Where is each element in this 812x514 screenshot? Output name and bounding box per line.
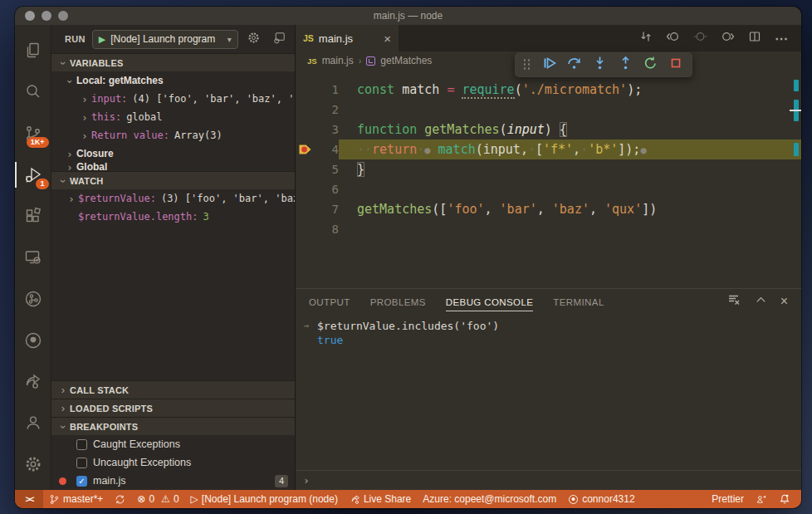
nav-forward-icon[interactable] <box>721 30 735 47</box>
code-line[interactable]: 6 <box>296 179 801 199</box>
checkbox-checked[interactable]: ✓ <box>76 476 87 487</box>
restart-button[interactable] <box>643 56 658 74</box>
glyph-margin[interactable] <box>296 80 314 100</box>
sidebar-item-git-graph[interactable] <box>15 279 51 318</box>
watch-row[interactable]: › $returnValue: (3) ['foo', 'bar', 'baz'… <box>51 189 295 208</box>
variable-row[interactable]: › input: (4) ['foo', 'bar', 'baz', 'qux'… <box>51 90 295 108</box>
debug-console-output[interactable]: → $returnValue.includes('foo') true <box>296 314 801 470</box>
code-text[interactable]: const match = require('./micromatch'); <box>339 80 801 100</box>
line-number[interactable]: 2 <box>314 100 339 120</box>
code-text[interactable]: } <box>339 159 801 179</box>
sync-status[interactable] <box>109 494 131 505</box>
section-header-watch[interactable]: › WATCH <box>51 171 295 189</box>
code-text[interactable] <box>339 219 801 239</box>
live-share-status[interactable]: Live Share <box>344 493 417 505</box>
sidebar-item-search[interactable] <box>15 73 51 112</box>
clear-console-icon[interactable] <box>727 293 741 310</box>
code-line[interactable]: 8 <box>296 219 801 239</box>
current-line-breakpoint-icon[interactable] <box>296 140 314 159</box>
sidebar-item-settings[interactable] <box>15 444 51 483</box>
code-text[interactable] <box>339 179 801 199</box>
code-line[interactable]: 3function getMatches(input) { <box>296 120 801 140</box>
code-editor[interactable]: 1const match = require('./micromatch');2… <box>296 70 801 288</box>
github-account-status[interactable]: connor4312 <box>562 493 640 505</box>
nav-current-icon[interactable] <box>693 30 707 47</box>
start-debug-icon[interactable]: ▶ <box>99 34 105 45</box>
glyph-margin[interactable] <box>296 120 314 140</box>
maximize-panel-icon[interactable] <box>755 294 767 310</box>
scope-group-row[interactable]: › Global <box>51 163 295 171</box>
line-number[interactable]: 5 <box>314 159 339 179</box>
tab-debug-console[interactable]: DEBUG CONSOLE <box>446 292 534 311</box>
step-out-button[interactable] <box>618 56 633 74</box>
watch-row[interactable]: $returnValue.length: 3 <box>51 208 295 226</box>
nav-back-icon[interactable] <box>666 30 680 47</box>
code-text[interactable]: function getMatches(input) { <box>339 120 801 140</box>
glyph-margin[interactable] <box>296 179 314 199</box>
tab-problems[interactable]: PROBLEMS <box>370 292 426 311</box>
checkbox-unchecked[interactable] <box>76 458 87 468</box>
sidebar-item-explorer[interactable] <box>15 32 51 71</box>
drag-handle-icon[interactable] <box>524 59 531 71</box>
sidebar-item-run-and-debug[interactable]: 1 <box>15 155 51 194</box>
line-number[interactable]: 7 <box>314 199 339 219</box>
glyph-margin[interactable] <box>296 199 314 219</box>
breadcrumb-file[interactable]: main.js <box>322 55 354 66</box>
code-line[interactable]: 4··return·● match(input,·['f*',·'b*']);● <box>296 140 801 159</box>
checkbox-unchecked[interactable] <box>76 439 87 450</box>
overview-ruler[interactable] <box>790 70 801 288</box>
split-editor-icon[interactable] <box>748 30 761 47</box>
section-header-loaded-scripts[interactable]: › LOADED SCRIPTS <box>51 399 295 417</box>
sidebar-item-github[interactable] <box>15 321 51 360</box>
stop-button[interactable] <box>668 56 683 74</box>
sidebar-item-accounts[interactable] <box>15 404 51 443</box>
sidebar-item-remote-explorer[interactable] <box>15 238 51 277</box>
more-actions-icon[interactable]: ⋯ <box>775 31 790 47</box>
debug-console-input[interactable]: › <box>296 470 801 490</box>
line-number[interactable]: 3 <box>314 120 339 140</box>
scope-row[interactable]: › Local: getMatches <box>51 71 295 90</box>
tab-terminal[interactable]: TERMINAL <box>553 292 604 311</box>
feedback-status[interactable] <box>750 494 773 505</box>
scope-group-row[interactable]: › Closure <box>51 144 295 163</box>
tab-output[interactable]: OUTPUT <box>309 292 350 311</box>
sidebar-item-extensions[interactable] <box>15 197 51 236</box>
close-tab-icon[interactable]: × <box>384 32 391 46</box>
section-header-call-stack[interactable]: › CALL STACK <box>51 380 295 399</box>
launch-config-dropdown[interactable]: ▶ [Node] Launch program ▾ <box>92 30 238 49</box>
variable-row[interactable]: › this: global <box>51 108 295 126</box>
line-number[interactable]: 8 <box>314 219 339 239</box>
code-line[interactable]: 5} <box>296 159 801 179</box>
open-changes-icon[interactable] <box>639 30 653 47</box>
code-line[interactable]: 7getMatches(['foo', 'bar', 'baz', 'qux']… <box>296 199 801 219</box>
azure-account-status[interactable]: Azure: copeet@microsoft.com <box>417 493 562 505</box>
configure-gear-icon[interactable] <box>247 31 261 47</box>
glyph-margin[interactable] <box>296 100 314 120</box>
notifications-status[interactable] <box>773 493 796 505</box>
glyph-margin[interactable] <box>296 219 314 239</box>
problems-status[interactable]: ⊗ 0 ⚠ 0 <box>131 493 184 505</box>
sidebar-item-source-control[interactable]: 1K+ <box>15 114 51 153</box>
code-text[interactable]: getMatches(['foo', 'bar', 'baz', 'qux']) <box>339 199 801 219</box>
step-over-button[interactable] <box>566 56 582 74</box>
line-number[interactable]: 4 <box>314 140 339 159</box>
close-panel-icon[interactable]: × <box>780 294 788 309</box>
breakpoint-row[interactable]: Caught Exceptions <box>51 435 295 453</box>
step-into-button[interactable] <box>592 56 608 74</box>
code-text[interactable] <box>339 100 801 120</box>
breakpoint-row[interactable]: Uncaught Exceptions <box>51 453 295 472</box>
glyph-margin[interactable] <box>296 159 314 179</box>
code-text[interactable]: ··return·● match(input,·['f*',·'b*']);● <box>339 140 801 159</box>
line-number[interactable]: 6 <box>314 179 339 199</box>
section-header-variables[interactable]: › VARIABLES <box>51 53 295 71</box>
line-number[interactable]: 1 <box>314 80 339 100</box>
code-line[interactable]: 1const match = require('./micromatch'); <box>296 80 801 100</box>
continue-button[interactable] <box>541 56 557 74</box>
git-branch-status[interactable]: master*+ <box>43 493 109 505</box>
tab-main-js[interactable]: JS main.js × <box>296 25 399 51</box>
sidebar-item-live-share[interactable] <box>15 362 51 401</box>
debug-target-status[interactable]: ▷ [Node] Launch program (node) <box>185 493 344 505</box>
breadcrumb-symbol[interactable]: getMatches <box>380 55 432 66</box>
section-header-breakpoints[interactable]: › BREAKPOINTS <box>51 417 295 435</box>
remote-indicator[interactable]: >< <box>15 490 43 508</box>
